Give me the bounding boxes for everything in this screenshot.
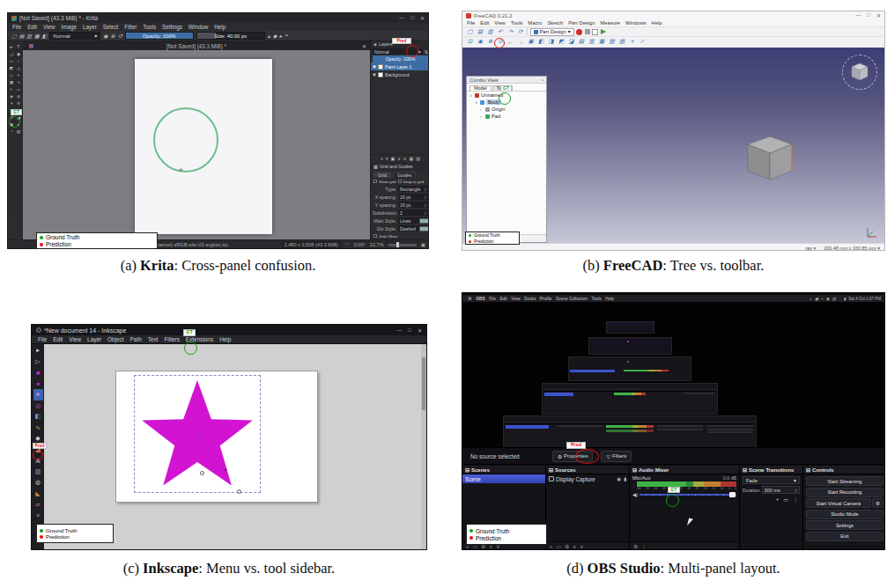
krita-blend-mode-combo[interactable]: Normal▾ <box>49 32 100 40</box>
toolbar-icon[interactable]: ▢ <box>11 33 17 39</box>
freecad-3d-viewport[interactable]: Combo View▫ Model Tasks ∨Unnamed ∨Body ›… <box>462 48 885 243</box>
obs-menu-item[interactable]: Scene Collection <box>556 297 588 301</box>
toolbar-icon[interactable]: ▢ <box>466 28 474 36</box>
krita-menu-item[interactable]: Edit <box>27 24 37 30</box>
speaker-icon[interactable]: ◀) <box>632 492 638 497</box>
start-recording-button[interactable]: Start Recording <box>806 488 883 497</box>
grid-setting-field[interactable]: Lines↕ <box>398 217 428 224</box>
visibility-icon[interactable]: ◉ <box>373 64 376 69</box>
krita-menu-item[interactable]: Select <box>103 24 119 30</box>
inkscape-menu-item[interactable]: Filters <box>164 336 179 342</box>
obs-menu-item[interactable]: Profile <box>540 297 552 301</box>
freecad-menu-item[interactable]: Edit <box>480 20 489 26</box>
krita-menu-item[interactable]: Filter <box>124 24 137 30</box>
inkscape-canvas[interactable]: ✛ ⭑ <box>44 344 423 550</box>
dock-footer-icon[interactable]: ∧ <box>573 544 576 549</box>
view-toolbar-icon[interactable]: ◧ <box>537 38 545 46</box>
krita-page[interactable]: ✛ <box>135 59 272 234</box>
krita-tool-button[interactable]: ◈ <box>8 92 15 99</box>
layer-opacity-slider[interactable]: Opacity: 100% <box>373 55 428 62</box>
show-grid-checkbox[interactable] <box>373 180 377 183</box>
view-toolbar-icon[interactable]: ▦ <box>598 38 606 46</box>
inkscape-tool-button[interactable]: ■ <box>33 367 43 379</box>
krita-menu-item[interactable]: Image <box>62 24 78 30</box>
toolbar-icon[interactable]: ▸ <box>279 33 282 39</box>
tab-guides[interactable]: Guides <box>393 172 416 178</box>
studio-mode-button[interactable]: Studio Mode <box>806 510 883 519</box>
dock-footer-icon[interactable]: ⚙ <box>633 544 638 549</box>
view-toolbar-icon[interactable]: ✓ <box>639 38 647 46</box>
visibility-icon[interactable]: ◉ <box>373 72 376 77</box>
view-toolbar-icon[interactable]: ⌖ <box>628 38 636 46</box>
filters-button[interactable]: ▽Filters <box>601 451 632 462</box>
krita-tool-button[interactable]: T <box>15 43 22 50</box>
menubar-status-icon[interactable]: ◐ <box>809 297 812 301</box>
layer-action-icon[interactable]: ▣ <box>390 156 395 161</box>
toolbar-icon[interactable]: ▥ <box>486 28 494 36</box>
macro-stop-icon[interactable] <box>585 29 590 34</box>
krita-canvas[interactable]: ✛ <box>23 50 370 239</box>
layer-action-icon[interactable]: ▥ <box>416 156 420 161</box>
fullscreen-icon[interactable]: ▣ <box>421 242 425 247</box>
toolbar-icon[interactable]: ▦ <box>34 33 40 39</box>
pad-solid-cube[interactable] <box>746 136 794 181</box>
krita-tool-button[interactable]: △ <box>15 64 22 71</box>
krita-tool-button[interactable]: ▱ <box>15 85 22 92</box>
transition-action-icon[interactable]: ⋮ <box>793 496 798 503</box>
macro-play-icon[interactable] <box>601 29 606 34</box>
nav-style-widget[interactable]: tap ▾ <box>805 246 816 251</box>
start-virtual-camera-button[interactable]: Start Virtual Camera <box>806 498 871 508</box>
view-toolbar-icon[interactable]: → <box>517 38 525 46</box>
grid-offset-checkbox[interactable] <box>373 234 377 238</box>
view-toolbar-icon[interactable]: ◩ <box>558 38 565 46</box>
obs-menu-item[interactable]: Edit <box>499 297 506 301</box>
krita-tool-button[interactable]: ▦ <box>8 78 15 85</box>
snap-grid-checkbox[interactable] <box>398 180 402 183</box>
inkscape-page[interactable]: ✛ ⭑ <box>115 371 318 503</box>
grid-setting-field[interactable]: Rectangle↕ <box>398 186 428 192</box>
inkscape-tool-button[interactable]: ◍ <box>33 477 43 489</box>
settings-button[interactable]: Settings <box>806 520 883 530</box>
inkscape-menu-item[interactable]: Text <box>148 336 159 342</box>
krita-tool-button[interactable]: ∿ <box>15 78 22 85</box>
freecad-menu-item[interactable]: Help <box>652 20 662 26</box>
source-list-item[interactable]: Display Capture ◉▮ <box>546 474 629 483</box>
rotate-canvas-icon[interactable]: ◠ <box>345 242 350 247</box>
detach-icon[interactable]: ▫ <box>542 77 543 83</box>
eye-icon[interactable]: ◉ <box>617 476 621 481</box>
freecad-menu-item[interactable]: View <box>494 20 505 26</box>
krita-tool-button[interactable]: ◉ <box>15 50 22 57</box>
krita-tool-button[interactable]: ≋ <box>15 99 22 107</box>
spinner-icon[interactable]: ↕ <box>424 218 426 224</box>
spinner-icon[interactable]: ↕ <box>424 202 426 208</box>
dock-footer-icon[interactable]: ⋮ <box>641 544 647 549</box>
krita-tool-button[interactable]: + <box>15 71 22 78</box>
obs-preview[interactable] <box>462 302 885 447</box>
grid-setting-field[interactable]: 20 px↕ <box>398 194 428 200</box>
view-toolbar-icon[interactable]: ▤ <box>578 38 586 46</box>
krita-tool-button[interactable]: ◇ <box>8 71 15 78</box>
navigation-cube[interactable] <box>842 55 877 90</box>
transition-action-icon[interactable]: + <box>776 496 780 503</box>
obs-menu-item[interactable]: Docks <box>524 297 536 301</box>
inkscape-menu-item[interactable]: Help <box>219 336 231 342</box>
tree-item-origin[interactable]: ›Origin <box>467 106 546 113</box>
rotation-center-handle[interactable]: ✛ <box>196 434 200 440</box>
spinner-icon[interactable]: ↕ <box>424 187 426 192</box>
dock-footer-icon[interactable]: ⚙ <box>565 544 569 549</box>
toolbar-icon[interactable]: ◆ <box>273 33 277 39</box>
toolbar-icon[interactable]: ▤ <box>19 33 25 39</box>
grid-setting-field[interactable]: Dashed↕ <box>398 225 428 232</box>
krita-tool-button[interactable]: ▸ <box>8 43 15 50</box>
grid-setting-field[interactable]: 20 px↕ <box>398 202 428 208</box>
dimensions-widget[interactable]: 206.48 mm x 160.85 mm ▾ <box>824 246 880 251</box>
vertical-scrollbar[interactable] <box>421 344 426 550</box>
krita-tool-button[interactable]: ⌖ <box>8 99 15 107</box>
menubar-status-icon[interactable]: ▣ <box>815 297 818 301</box>
volume-slider-handle[interactable] <box>729 492 735 497</box>
tab-grid[interactable]: Grid <box>373 172 391 178</box>
view-toolbar-icon[interactable]: ◨ <box>547 38 555 46</box>
inkscape-menu-item[interactable]: View <box>69 336 81 342</box>
start-streaming-button[interactable]: Start Streaming <box>806 476 883 486</box>
view-toolbar-icon[interactable]: ▧ <box>608 38 616 46</box>
